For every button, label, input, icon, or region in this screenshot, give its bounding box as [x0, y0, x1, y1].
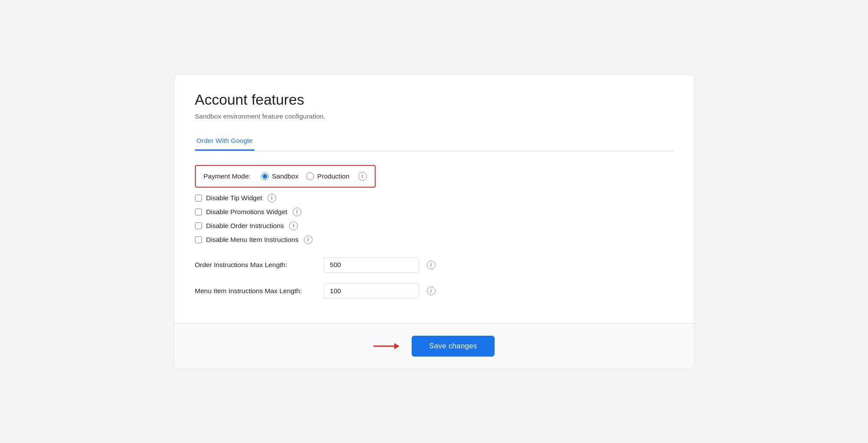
payment-mode-label: Payment Mode: — [204, 172, 251, 180]
disable-menu-item-instructions-info-icon[interactable]: i — [304, 235, 313, 244]
tab-bar: Order With Google — [195, 132, 673, 151]
payment-mode-row: Payment Mode: Sandbox Production i — [195, 165, 376, 188]
save-arrow-indicator — [373, 340, 399, 352]
account-features-card: Account features Sandbox environment fea… — [174, 74, 695, 369]
page-subtitle: Sandbox environment feature configuratio… — [195, 112, 673, 120]
disable-tip-widget-checkbox[interactable] — [195, 195, 202, 202]
card-body: Account features Sandbox environment fea… — [174, 74, 694, 323]
menu-item-instructions-length-row: Menu Item Instructions Max Length: i — [195, 283, 673, 299]
checkbox-row-menu-item-instructions: Disable Menu Item Instructions i — [195, 235, 673, 244]
production-label: Production — [317, 172, 349, 180]
disable-promotions-widget-label: Disable Promotions Widget — [206, 208, 287, 216]
checkboxes-section: Disable Tip Widget i Disable Promotions … — [195, 194, 673, 249]
checkbox-row-order-instructions: Disable Order Instructions i — [195, 222, 673, 230]
disable-menu-item-instructions-checkbox[interactable] — [195, 236, 202, 243]
production-radio-option[interactable]: Production — [306, 172, 349, 180]
payment-mode-info-icon[interactable]: i — [358, 172, 367, 181]
disable-order-instructions-info-icon[interactable]: i — [289, 222, 298, 230]
disable-tip-widget-label: Disable Tip Widget — [206, 194, 262, 202]
sandbox-label: Sandbox — [272, 172, 298, 180]
disable-order-instructions-label: Disable Order Instructions — [206, 222, 284, 230]
page-title: Account features — [195, 92, 673, 108]
menu-item-instructions-length-info-icon[interactable]: i — [427, 287, 436, 295]
checkbox-row-tip: Disable Tip Widget i — [195, 194, 673, 202]
form-section: Payment Mode: Sandbox Production i Disab… — [195, 165, 673, 309]
disable-menu-item-instructions-label: Disable Menu Item Instructions — [206, 236, 299, 244]
disable-tip-widget-info-icon[interactable]: i — [267, 194, 276, 202]
menu-item-instructions-length-label: Menu Item Instructions Max Length: — [195, 287, 317, 295]
save-changes-button[interactable]: Save changes — [412, 336, 494, 357]
disable-order-instructions-checkbox[interactable] — [195, 222, 202, 229]
sandbox-radio-option[interactable]: Sandbox — [261, 172, 298, 180]
production-radio[interactable] — [306, 172, 314, 180]
sandbox-radio[interactable] — [261, 172, 269, 180]
tab-order-with-google[interactable]: Order With Google — [195, 132, 254, 151]
svg-marker-1 — [394, 343, 399, 349]
menu-item-instructions-length-input[interactable] — [323, 283, 419, 299]
order-instructions-length-row: Order Instructions Max Length: i — [195, 257, 673, 273]
disable-promotions-widget-info-icon[interactable]: i — [293, 208, 301, 216]
order-instructions-length-info-icon[interactable]: i — [427, 261, 436, 269]
order-instructions-length-label: Order Instructions Max Length: — [195, 261, 317, 269]
disable-promotions-widget-checkbox[interactable] — [195, 208, 202, 215]
card-footer: Save changes — [174, 323, 694, 369]
order-instructions-length-input[interactable] — [323, 257, 419, 273]
checkbox-row-promotions: Disable Promotions Widget i — [195, 208, 673, 216]
